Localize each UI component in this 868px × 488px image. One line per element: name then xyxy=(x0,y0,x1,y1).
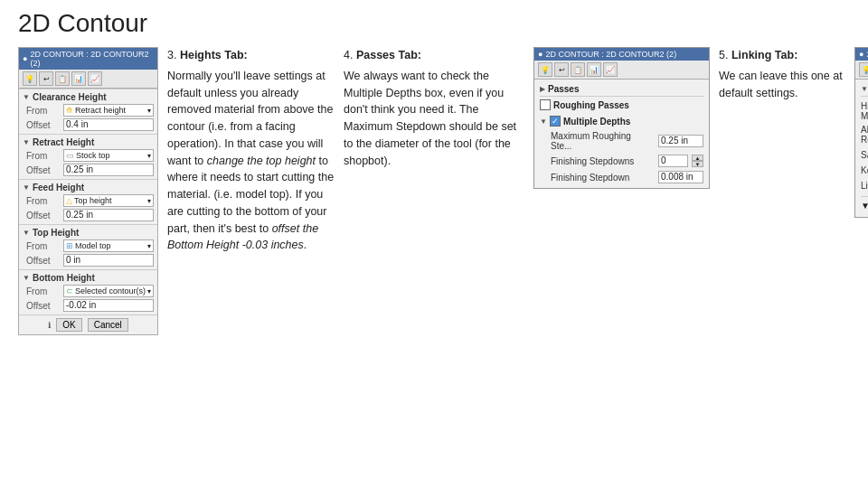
heights-text3: . xyxy=(304,239,307,251)
linking-text: We can leave this one at default setting… xyxy=(719,70,843,99)
cam-header-icon: ● xyxy=(23,54,27,63)
clearance-offset-label: Offset xyxy=(26,120,61,130)
stepdowns-spinner[interactable]: ▲ ▼ xyxy=(692,155,703,167)
linking-body: We can leave this one at default setting… xyxy=(719,68,845,102)
linking-header-icon: ● xyxy=(859,50,863,59)
clearance-from-select[interactable]: ⟰ Retract height ▾ xyxy=(63,104,154,117)
toolbar-icon-4[interactable]: 📊 xyxy=(71,71,86,86)
linking-text-col: 5. Linking Tab: We can leave this one at… xyxy=(719,47,845,101)
retract-from-arrow: ▾ xyxy=(147,152,151,160)
multiple-depths-label: Multiple Depths xyxy=(563,117,630,127)
bottom-offset-label: Offset xyxy=(26,301,61,311)
heights-body: Normally you'll leave settings at defaul… xyxy=(167,68,335,254)
bottom-height-header[interactable]: ▼ Bottom Height xyxy=(23,272,154,284)
clearance-offset-row: Offset 0.4 in xyxy=(23,117,154,132)
allow-rapid-row: Allow Rapid Retract xyxy=(861,123,868,146)
retract-offset-input[interactable]: 0.25 in xyxy=(63,164,154,176)
linking-toolbar-icon-1[interactable]: 💡 xyxy=(859,62,868,77)
clearance-height-label: Clearance Height xyxy=(33,92,107,102)
top-offset-label: Offset xyxy=(26,256,61,266)
clearance-offset-input[interactable]: 0.4 in xyxy=(63,118,154,131)
heights-italic1: change the top height xyxy=(207,155,316,167)
top-offset-input[interactable]: 0 in xyxy=(63,254,154,267)
passes-section: ▶ Passes Roughing Passes ▼ Multiple Dept… xyxy=(534,80,709,188)
clearance-offset-value: 0.4 in xyxy=(66,119,88,129)
retract-offset-label: Offset xyxy=(26,165,61,175)
roughing-passes-label: Roughing Passes xyxy=(553,100,629,110)
lift-height-row: Lift Height 0 in xyxy=(861,177,868,193)
retract-height-header[interactable]: ▼ Retract Height xyxy=(23,136,154,148)
max-roughing-row: Maximum Roughing Ste... 0.25 in xyxy=(540,129,703,153)
linking-section: ▼ Linking High Feedrate Mode Preserve ra… xyxy=(855,80,868,217)
linking-cam-header: ● 2D CONTOUR : 2D CONTOUR2 (2) xyxy=(855,48,868,61)
passes-toolbar-icon-3[interactable]: 📋 xyxy=(571,62,585,77)
toolbar-icon-5[interactable]: 📈 xyxy=(88,71,102,86)
passes-label: Passes xyxy=(548,84,579,94)
clearance-triangle: ▼ xyxy=(23,93,30,101)
heights-heading: 3. Heights Tab: xyxy=(167,47,335,64)
passes-section-header[interactable]: ▶ Passes xyxy=(540,82,703,97)
passes-heading: 4. Passes Tab: xyxy=(344,47,524,64)
multiple-depths-row: ▼ Multiple Depths xyxy=(540,113,703,129)
ok-button[interactable]: OK xyxy=(56,318,81,332)
feed-offset-input[interactable]: 0.25 in xyxy=(63,209,154,221)
passes-header-title: 2D CONTOUR : 2D CONTOUR2 (2) xyxy=(545,50,676,59)
leads-transitions-header[interactable]: ▼ Leads & Transitions xyxy=(861,196,868,214)
clearance-height-section: ▼ Clearance Height From ⟰ Retract height… xyxy=(19,89,157,134)
feed-from-label: From xyxy=(26,196,61,206)
passes-text: We always want to check the Multiple Dep… xyxy=(344,70,516,167)
toolbar-icon-2[interactable]: ↩ xyxy=(39,71,53,86)
max-roughing-value: 0.25 in xyxy=(661,136,688,145)
multiple-depths-triangle: ▼ xyxy=(540,117,547,126)
bottom-offset-input[interactable]: -0.02 in xyxy=(63,299,154,312)
top-offset-row: Offset 0 in xyxy=(23,253,154,267)
top-offset-value: 0 in xyxy=(66,255,80,265)
heights-text1: Normally you'll leave settings at defaul… xyxy=(167,70,333,167)
roughing-checkbox[interactable] xyxy=(540,99,551,110)
passes-cam-panel: ● 2D CONTOUR : 2D CONTOUR2 (2) 💡 ↩ 📋 📊 📈… xyxy=(533,47,710,189)
feed-height-header[interactable]: ▼ Feed Height xyxy=(23,182,154,193)
clearance-icon: ⟰ xyxy=(66,106,73,115)
retract-offset-row: Offset 0.25 in xyxy=(23,163,154,177)
cam-panel-heights: ● 2D CONTOUR : 2D CONTOUR2 (2) 💡 ↩ 📋 📊 📈… xyxy=(18,47,158,335)
retract-from-select[interactable]: ▭ Stock top ▾ xyxy=(63,149,154,162)
passes-toolbar-icon-1[interactable]: 💡 xyxy=(538,62,552,77)
cam-header-title: 2D CONTOUR : 2D CONTOUR2 (2) xyxy=(30,50,154,68)
clearance-from-value: Retract height xyxy=(73,106,147,115)
passes-toolbar-icon-2[interactable]: ↩ xyxy=(554,62,569,77)
cam-toolbar-heights: 💡 ↩ 📋 📊 📈 xyxy=(19,70,157,89)
passes-text-col: 4. Passes Tab: We always want to check t… xyxy=(344,47,524,169)
stepdowns-down[interactable]: ▼ xyxy=(692,161,703,167)
feed-from-select[interactable]: △ Top height ▾ xyxy=(63,194,154,207)
finishing-stepdown-input[interactable]: 0.008 in xyxy=(658,171,703,183)
bottom-icon: ⊂ xyxy=(66,286,73,296)
heights-title: Heights Tab: xyxy=(180,49,248,61)
safe-distance-label: Safe Distance xyxy=(861,150,868,160)
passes-cam-header: ● 2D CONTOUR : 2D CONTOUR2 (2) xyxy=(534,48,709,61)
retract-from-value: Stock top xyxy=(74,151,147,160)
finishing-stepdowns-input[interactable]: 0 xyxy=(658,155,688,167)
info-icon: ℹ xyxy=(48,321,51,330)
stepdowns-up[interactable]: ▲ xyxy=(692,155,703,161)
top-height-header[interactable]: ▼ Top Height xyxy=(23,227,154,239)
passes-toolbar-icon-4[interactable]: 📊 xyxy=(587,62,601,77)
multiple-depths-checkbox[interactable] xyxy=(550,116,561,127)
linking-panel: ● 2D CONTOUR : 2D CONTOUR2 (2) 💡 ↩ 📋 📊 📈… xyxy=(854,47,868,218)
bottom-offset-value: -0.02 in xyxy=(66,300,96,310)
toolbar-icon-1[interactable]: 💡 xyxy=(23,71,37,86)
linking-section-header[interactable]: ▼ Linking xyxy=(861,82,868,97)
finishing-stepdown-value: 0.008 in xyxy=(661,172,693,182)
max-roughing-input[interactable]: 0.25 in xyxy=(658,135,703,147)
toolbar-icon-3[interactable]: 📋 xyxy=(55,71,70,86)
passes-title: Passes Tab: xyxy=(356,49,421,61)
top-from-row: From ⊞ Model top ▾ xyxy=(23,239,154,253)
finishing-stepdowns-label: Finishing Stepdowns xyxy=(551,156,655,166)
retract-triangle: ▼ xyxy=(23,138,30,146)
bottom-from-select[interactable]: ⊂ Selected contour(s) ▾ xyxy=(63,285,154,297)
top-from-select[interactable]: ⊞ Model top ▾ xyxy=(63,239,154,252)
linking-heading: 5. Linking Tab: xyxy=(719,47,845,64)
finishing-stepdowns-value: 0 xyxy=(661,155,666,165)
clearance-height-header[interactable]: ▼ Clearance Height xyxy=(23,91,154,103)
passes-toolbar-icon-5[interactable]: 📈 xyxy=(603,62,618,77)
cancel-button[interactable]: Cancel xyxy=(88,318,128,332)
